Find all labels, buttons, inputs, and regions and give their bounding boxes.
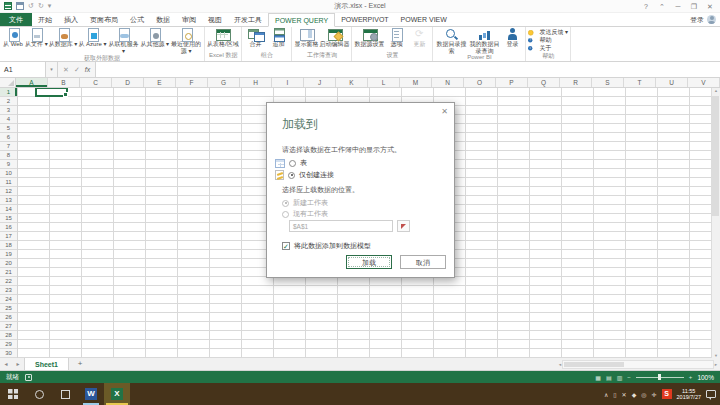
insert-function-icon[interactable]: fx [85, 66, 90, 73]
tray-icon-1[interactable]: ▯ [613, 391, 616, 398]
row-header-27[interactable]: 27 [0, 322, 17, 331]
dialog-close-icon[interactable]: ✕ [441, 107, 448, 116]
tray-icon-3[interactable]: ◆ [632, 391, 637, 398]
formula-input[interactable] [96, 62, 720, 77]
column-header-E[interactable]: E [144, 78, 176, 87]
tab-插入[interactable]: 插入 [58, 13, 84, 26]
tab-公式[interactable]: 公式 [124, 13, 150, 26]
sign-in-button[interactable]: 登录 [501, 28, 523, 48]
tab-power-query[interactable]: POWER QUERY [268, 13, 335, 27]
excel-taskbar-button[interactable]: X [104, 383, 130, 405]
row-header-12[interactable]: 12 [0, 187, 17, 196]
connection-radio[interactable] [288, 172, 295, 179]
column-header-M[interactable]: M [400, 78, 432, 87]
row-header-11[interactable]: 11 [0, 178, 17, 187]
page-break-view-icon[interactable]: ▥ [617, 374, 623, 381]
row-header-1[interactable]: 1 [0, 88, 17, 97]
row-header-14[interactable]: 14 [0, 205, 17, 214]
from-database-button[interactable]: 从数据库 ▾ [49, 28, 78, 48]
name-box[interactable]: A1 [0, 62, 46, 77]
horizontal-scroll-thumb[interactable] [564, 362, 624, 367]
data-source-settings-button[interactable]: 数据源设置 [354, 28, 384, 48]
row-header-28[interactable]: 28 [0, 331, 17, 340]
row-header-10[interactable]: 10 [0, 169, 17, 178]
zoom-in-icon[interactable]: + [689, 374, 693, 380]
cortana-button[interactable] [26, 383, 52, 405]
column-header-U[interactable]: U [656, 78, 688, 87]
select-all-corner[interactable] [0, 78, 16, 87]
row-header-13[interactable]: 13 [0, 196, 17, 205]
launch-editor-button[interactable]: 启动编辑器 [319, 28, 349, 48]
column-header-O[interactable]: O [464, 78, 496, 87]
about-button[interactable]: 关于 [528, 44, 551, 52]
merge-button[interactable]: 合并 [244, 28, 266, 48]
row-header-17[interactable]: 17 [0, 232, 17, 241]
recent-sources-button[interactable]: 最近使用的源 ▾ [170, 28, 202, 54]
show-pane-button[interactable]: 显示窗格 [294, 28, 318, 48]
sheet-nav-right-icon[interactable]: ▸ [12, 358, 24, 370]
new-sheet-icon[interactable]: + [73, 358, 87, 370]
from-azure-button[interactable]: 从 Azure ▾ [78, 28, 106, 48]
row-header-20[interactable]: 20 [0, 259, 17, 268]
range-input[interactable]: $A$1 [289, 220, 393, 232]
row-header-29[interactable]: 29 [0, 340, 17, 349]
task-view-button[interactable] [52, 383, 78, 405]
row-header-3[interactable]: 3 [0, 106, 17, 115]
macro-record-icon[interactable] [25, 374, 32, 381]
zoom-slider[interactable] [636, 377, 684, 378]
add-to-data-model-option[interactable]: ✓ 将此数据添加到数据模型 [282, 241, 371, 251]
close-icon[interactable]: ✕ [703, 1, 717, 12]
vertical-scrollbar[interactable]: ▲ ▼ [711, 88, 720, 358]
sogou-input-icon[interactable]: S [662, 389, 672, 399]
column-header-Q[interactable]: Q [528, 78, 560, 87]
formula-cancel-icon[interactable]: ✕ [63, 66, 69, 74]
tab-file[interactable]: 文件 [0, 13, 32, 26]
new-sheet-radio[interactable] [282, 200, 289, 207]
word-taskbar-button[interactable]: W [78, 383, 104, 405]
formula-enter-icon[interactable]: ✓ [74, 66, 80, 74]
restore-icon[interactable]: ❐ [687, 1, 701, 12]
row-header-6[interactable]: 6 [0, 133, 17, 142]
column-header-D[interactable]: D [112, 78, 144, 87]
tray-icon-4[interactable]: ◎ [641, 391, 646, 398]
row-header-5[interactable]: 5 [0, 124, 17, 133]
append-button[interactable]: 追加 [267, 28, 289, 48]
column-header-L[interactable]: L [368, 78, 400, 87]
row-header-23[interactable]: 23 [0, 286, 17, 295]
column-header-C[interactable]: C [80, 78, 112, 87]
row-header-30[interactable]: 30 [0, 349, 17, 358]
column-header-A[interactable]: A [16, 78, 48, 87]
sign-in-area[interactable]: 登录 [690, 13, 720, 26]
options-button[interactable]: 选项 [385, 28, 407, 48]
cancel-button[interactable]: 取消 [400, 255, 446, 269]
row-header-22[interactable]: 22 [0, 277, 17, 286]
from-file-button[interactable]: 从文件 ▾ [25, 28, 48, 48]
update-button[interactable]: 更新 [408, 28, 430, 48]
data-model-checkbox[interactable]: ✓ [282, 242, 290, 250]
tab-视图[interactable]: 视图 [202, 13, 228, 26]
row-header-8[interactable]: 8 [0, 151, 17, 160]
option-connection[interactable]: 仅创建连接 [275, 170, 334, 180]
column-header-H[interactable]: H [240, 78, 272, 87]
sheet-nav-left-icon[interactable]: ◂ [0, 358, 12, 370]
horizontal-scrollbar[interactable]: ◄ ► [558, 360, 718, 369]
column-header-N[interactable]: N [432, 78, 464, 87]
row-header-21[interactable]: 21 [0, 268, 17, 277]
range-picker-icon[interactable] [397, 220, 410, 232]
selected-cell-A1[interactable] [35, 88, 68, 97]
tab-数据[interactable]: 数据 [150, 13, 176, 26]
column-header-T[interactable]: T [624, 78, 656, 87]
help-icon[interactable]: ? [639, 1, 653, 12]
from-other-sources-button[interactable]: 从其他源 ▾ [140, 28, 169, 48]
scroll-right-icon[interactable]: ► [714, 362, 718, 367]
row-header-18[interactable]: 18 [0, 241, 17, 250]
sheet-tab-sheet1[interactable]: Sheet1 [24, 358, 69, 370]
zoom-level[interactable]: 100% [697, 374, 714, 381]
tab-开始[interactable]: 开始 [32, 13, 58, 26]
row-header-7[interactable]: 7 [0, 142, 17, 151]
page-layout-view-icon[interactable]: ▤ [606, 374, 612, 381]
tray-icon-2[interactable]: ✕ [622, 391, 627, 398]
row-header-24[interactable]: 24 [0, 295, 17, 304]
zoom-out-icon[interactable]: − [627, 374, 631, 380]
my-data-catalog-queries-button[interactable]: 我的数据目录查询 [468, 28, 500, 54]
